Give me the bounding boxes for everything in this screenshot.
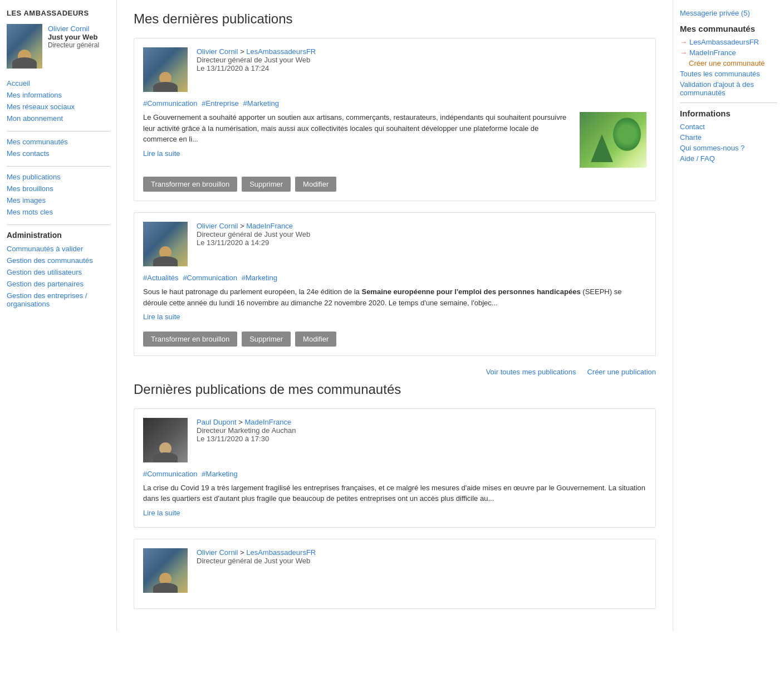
left-sidebar: LES AMBASSADEURS Olivier Cornil Just you…	[0, 0, 117, 631]
nav-main: Accueil Mes informations Mes réseaux soc…	[7, 77, 110, 124]
nav-reseaux-sociaux[interactable]: Mes réseaux sociaux	[7, 101, 110, 113]
btn-brouillon-2[interactable]: Transformer en brouillon	[143, 332, 237, 347]
divider-2	[7, 166, 110, 167]
user-name-link[interactable]: Olivier Cornil	[48, 25, 89, 33]
community-tag-communication-1[interactable]: #Communication	[143, 470, 198, 478]
pub-role-1: Directeur général de Just your Web	[197, 56, 316, 64]
community-pub-meta-1: Paul Dupont > MadeInFrance Directeur Mar…	[197, 418, 296, 462]
info-qui-link[interactable]: Qui sommes-nous ?	[680, 144, 777, 152]
pub-avatar-1	[143, 47, 188, 92]
arrow-icon-2: →	[680, 48, 687, 57]
publication-card-1: Olivier Cornil > LesAmbassadeursFR Direc…	[134, 38, 656, 201]
pub-text-1: Le Gouvernement a souhaité apporter un s…	[143, 112, 571, 159]
pub-read-more-2[interactable]: Lire la suite	[143, 311, 646, 323]
pub-community-1[interactable]: LesAmbassadeursFR	[246, 47, 316, 56]
pub-actions-2: Transformer en brouillon Supprimer Modif…	[143, 332, 646, 347]
info-aide-link[interactable]: Aide / FAQ	[680, 154, 777, 163]
nav-communautes-valider[interactable]: Communautés à valider	[7, 243, 110, 255]
pub-text-2: Sous le haut patronage du parlement euro…	[143, 286, 646, 323]
btn-modifier-2[interactable]: Modifier	[295, 332, 336, 347]
pub-avatar-2	[143, 222, 188, 266]
pub-body-1: Le Gouvernement a souhaité apporter un s…	[143, 112, 646, 168]
user-profile: Olivier Cornil Just your Web Directeur g…	[7, 24, 110, 69]
pub-author-1[interactable]: Olivier Cornil	[197, 47, 238, 56]
nav-mes-communautes[interactable]: Mes communautés	[7, 136, 110, 148]
tag-entreprise-1[interactable]: #Entreprise	[202, 99, 238, 108]
pub-date-1: Le 13/11/2020 à 17:24	[197, 64, 316, 72]
publication-card-2: Olivier Cornil > MadeInFrance Directeur …	[134, 212, 656, 356]
community-pub-avatar-1	[143, 418, 188, 462]
admin-section-title: Administration	[7, 231, 110, 240]
nav-mes-images[interactable]: Mes images	[7, 194, 110, 206]
nav-mes-publications[interactable]: Mes publications	[7, 171, 110, 183]
nav-abonnement[interactable]: Mon abonnement	[7, 113, 110, 124]
nav-mes-contacts[interactable]: Mes contacts	[7, 148, 110, 159]
nav-mes-brouillons[interactable]: Mes brouillons	[7, 183, 110, 194]
community-link-ambassadeurs-label[interactable]: LesAmbassadeursFR	[689, 38, 759, 46]
validation-link[interactable]: Validation d'ajout à des communautés	[680, 80, 777, 97]
pub-author-2[interactable]: Olivier Cornil	[197, 222, 238, 230]
right-divider	[680, 103, 777, 103]
pub-meta-2: Olivier Cornil > MadeInFrance Directeur …	[197, 222, 310, 266]
community-pub-tags-1: #Communication #Marketing	[143, 469, 646, 478]
section1-title: Mes dernières publications	[134, 11, 656, 27]
community-pub-card-2: Olivier Cornil > LesAmbassadeursFR Direc…	[134, 539, 656, 609]
tag-communication-2[interactable]: #Communication	[183, 274, 237, 282]
right-sidebar: Messagerie privée (5) Mes communautés → …	[673, 0, 784, 631]
community-tag-marketing-1[interactable]: #Marketing	[202, 470, 237, 478]
info-contact-link[interactable]: Contact	[680, 123, 777, 131]
community-pub-author-1[interactable]: Paul Dupont	[197, 418, 237, 426]
nav-gestion-entreprises[interactable]: Gestion des entreprises / organisations	[7, 290, 110, 310]
info-charte-link[interactable]: Charte	[680, 133, 777, 142]
btn-supprimer-2[interactable]: Supprimer	[242, 332, 291, 347]
pub-header-1: Olivier Cornil > LesAmbassadeursFR Direc…	[143, 47, 646, 92]
divider-3	[7, 225, 110, 225]
community-pub-community-2[interactable]: LesAmbassadeursFR	[246, 548, 316, 557]
btn-modifier-1[interactable]: Modifier	[295, 177, 336, 192]
pub-date-2: Le 13/11/2020 à 14:29	[197, 238, 310, 247]
tag-marketing-2[interactable]: #Marketing	[242, 274, 277, 282]
nav-mes-informations[interactable]: Mes informations	[7, 89, 110, 101]
tag-communication-1[interactable]: #Communication	[143, 99, 198, 108]
communautes-title: Mes communautés	[680, 24, 777, 33]
user-company: Just your Web	[48, 33, 99, 41]
community-link-madeinfrance-label[interactable]: MadeInFrance	[689, 48, 736, 57]
nav-accueil[interactable]: Accueil	[7, 77, 110, 89]
main-content: Mes dernières publications Olivier Corni…	[117, 0, 673, 631]
community-pub-author-2[interactable]: Olivier Cornil	[197, 548, 238, 557]
community-pub-date-1: Le 13/11/2020 à 17:30	[197, 435, 296, 443]
community-pub-author-line-2: Olivier Cornil > LesAmbassadeursFR	[197, 548, 316, 557]
create-community-link[interactable]: Créer une communauté	[689, 59, 777, 67]
user-avatar	[7, 24, 42, 69]
all-communities-link[interactable]: Toutes les communautés	[680, 70, 777, 78]
pub-bold-text-2: Semaine européenne pour l'emploi des per…	[361, 287, 580, 296]
pub-author-line-1: Olivier Cornil > LesAmbassadeursFR	[197, 47, 316, 56]
community-pub-header-2: Olivier Cornil > LesAmbassadeursFR Direc…	[143, 548, 646, 593]
messagerie-link[interactable]: Messagerie privée (5)	[680, 9, 777, 17]
tag-actualites-2[interactable]: #Actualités	[143, 274, 179, 282]
community-pub-meta-2: Olivier Cornil > LesAmbassadeursFR Direc…	[197, 548, 316, 593]
nav-gestion-utilisateurs[interactable]: Gestion des utilisateurs	[7, 266, 110, 278]
community-pub-read-more-1[interactable]: Lire la suite	[143, 508, 646, 519]
tag-marketing-1[interactable]: #Marketing	[243, 99, 279, 108]
pub-tags-1: #Communication #Entreprise #Marketing	[143, 99, 646, 108]
pub-role-2: Directeur général de Just your Web	[197, 230, 310, 238]
pub-meta-1: Olivier Cornil > LesAmbassadeursFR Direc…	[197, 47, 316, 92]
btn-supprimer-1[interactable]: Supprimer	[242, 177, 291, 192]
btn-brouillon-1[interactable]: Transformer en brouillon	[143, 177, 237, 192]
nav-gestion-partenaires[interactable]: Gestion des partenaires	[7, 278, 110, 290]
pub-links: Voir toutes mes publications Créer une p…	[134, 367, 656, 376]
pub-community-2[interactable]: MadeInFrance	[246, 222, 293, 230]
nav-mes-mots-cles[interactable]: Mes mots cles	[7, 206, 110, 218]
pub-body-2: Sous le haut patronage du parlement euro…	[143, 286, 646, 323]
create-publication-link[interactable]: Créer une publication	[587, 368, 656, 376]
pub-tags-2: #Actualités #Communication #Marketing	[143, 273, 646, 282]
nav-gestion-communautes[interactable]: Gestion des communautés	[7, 255, 110, 266]
pub-read-more-1[interactable]: Lire la suite	[143, 148, 571, 159]
see-all-publications-link[interactable]: Voir toutes mes publications	[486, 368, 576, 376]
community-pub-card-1: Paul Dupont > MadeInFrance Directeur Mar…	[134, 408, 656, 528]
community-pub-community-1[interactable]: MadeInFrance	[244, 418, 291, 426]
pub-actions-1: Transformer en brouillon Supprimer Modif…	[143, 177, 646, 192]
community-pub-body-1: La crise du Covid 19 a très largement fr…	[143, 483, 646, 519]
community-link-madeinfrance: → MadeInFrance	[680, 48, 777, 57]
